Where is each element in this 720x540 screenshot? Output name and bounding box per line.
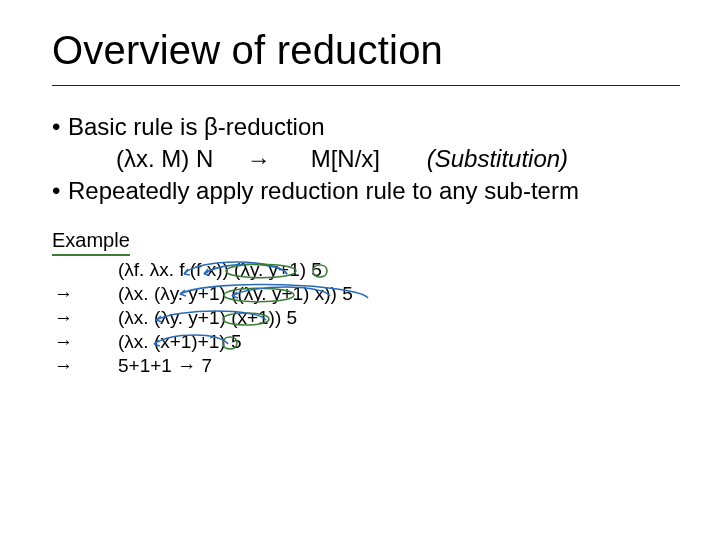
example-block: Example (λf. λx. f (f x)) (λy. y+1) 5 → … <box>52 208 680 378</box>
slide-title: Overview of reduction <box>52 28 680 73</box>
bullet-2: • Repeatedly apply reduction rule to any… <box>52 176 680 206</box>
step-arrow: → <box>52 330 118 354</box>
bullet-text: Repeatedly apply reduction rule to any s… <box>68 176 680 206</box>
example-step: → (λx. (λy. y+1) (x+1)) 5 <box>52 306 680 330</box>
example-step: → (λx. (λy. y+1) ((λy. y+1) x)) 5 <box>52 282 680 306</box>
rule-line: (λx. M) N → M[N/x] (Substitution) <box>52 144 680 174</box>
slide: Overview of reduction • Basic rule is β-… <box>0 0 720 540</box>
rule-lhs: (λx. M) N <box>116 145 213 172</box>
rule-rhs: M[N/x] <box>311 145 380 172</box>
step-arrow: → <box>52 306 118 330</box>
body-content: • Basic rule is β-reduction (λx. M) N → … <box>52 112 680 378</box>
step-text: (λf. λx. f (f x)) (λy. y+1) 5 <box>118 258 680 282</box>
step-arrow: → <box>52 282 118 306</box>
step-text: (λx. (λy. y+1) (x+1)) 5 <box>118 306 680 330</box>
bullet-text: Basic rule is β-reduction <box>68 112 680 142</box>
right-arrow-icon: → <box>247 145 271 175</box>
example-step: (λf. λx. f (f x)) (λy. y+1) 5 <box>52 258 680 282</box>
bullet-mark: • <box>52 176 68 206</box>
bullet-mark: • <box>52 112 68 142</box>
rule-label: (Substitution) <box>427 145 568 172</box>
title-underline <box>52 85 680 86</box>
example-heading: Example <box>52 228 130 256</box>
step-arrow: → <box>52 354 118 378</box>
bullet-1: • Basic rule is β-reduction <box>52 112 680 142</box>
step-text: (λx. (x+1)+1) 5 <box>118 330 680 354</box>
example-step: → (λx. (x+1)+1) 5 <box>52 330 680 354</box>
example-steps: (λf. λx. f (f x)) (λy. y+1) 5 → (λx. (λy… <box>52 258 680 378</box>
step-text: (λx. (λy. y+1) ((λy. y+1) x)) 5 <box>118 282 680 306</box>
step-text: 5+1+1 → 7 <box>118 354 680 378</box>
example-step: → 5+1+1 → 7 <box>52 354 680 378</box>
